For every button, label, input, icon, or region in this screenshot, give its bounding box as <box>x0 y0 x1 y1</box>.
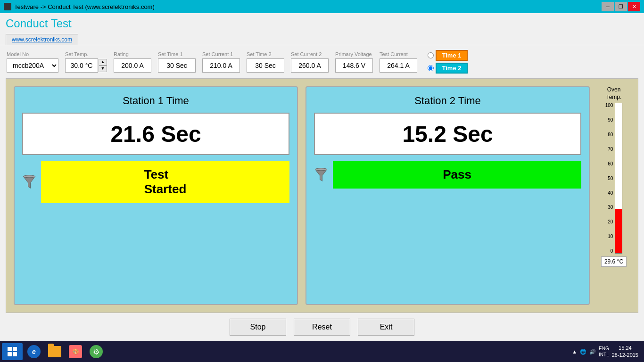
clock-time: 15:24 <box>612 345 638 352</box>
reset-button[interactable]: Reset <box>294 319 350 336</box>
thermometer-title: OvenTemp. <box>606 86 622 101</box>
primary-voltage-group: Primary Voltage 148.6 V <box>335 51 373 73</box>
station2-title: Station 2 Time <box>414 95 481 107</box>
thermometer-wrapper: 100 90 80 70 60 50 40 30 20 10 0 <box>605 103 623 254</box>
close-button[interactable]: ✕ <box>628 2 640 11</box>
page-title: Conduct Test <box>6 17 638 30</box>
app-icon <box>4 3 11 10</box>
thermometer-temp: 29.6 °C <box>601 256 627 267</box>
titlebar-title: Testware -> Conduct Test (www.screlektro… <box>14 3 155 10</box>
rating-group: Rating 200.0 A <box>114 51 151 73</box>
time2-label[interactable]: Time 2 <box>436 63 468 74</box>
svg-marker-0 <box>24 176 35 188</box>
thermometer-fill <box>615 209 622 253</box>
stop-button[interactable]: Stop <box>230 319 286 336</box>
time2-radio[interactable] <box>428 65 434 71</box>
station2-status: Pass <box>333 161 581 189</box>
set-temp-label: Set Temp. <box>65 51 88 57</box>
station2-time: 15.2 Sec <box>402 121 493 147</box>
scale-30: 30 <box>605 205 613 210</box>
set-current2-group: Set Current 2 260.0 A <box>291 51 329 73</box>
set-time1-group: Set Time 1 30 Sec <box>158 51 196 73</box>
set-temp-group: Set Temp. ▲ ▼ <box>65 51 107 73</box>
set-time1-label: Set Time 1 <box>158 51 183 57</box>
locale-display: ENG INTL <box>599 346 609 358</box>
station1-status: Test Started <box>41 161 289 203</box>
funnel-icon-2 <box>314 168 328 182</box>
time2-radio-row: Time 2 <box>428 63 468 74</box>
taskbar-folder[interactable] <box>45 343 64 360</box>
scale-90: 90 <box>605 117 613 123</box>
spinner-up[interactable]: ▲ <box>99 59 107 66</box>
titlebar-left: Testware -> Conduct Test (www.screlektro… <box>4 3 155 10</box>
start-button[interactable] <box>2 343 23 360</box>
time1-radio[interactable] <box>428 52 434 58</box>
set-current1-group: Set Current 1 210.0 A <box>202 51 240 73</box>
svg-point-1 <box>24 175 35 178</box>
gear2-icon: ⚙ <box>90 345 103 358</box>
set-temp-spinner: ▲ ▼ <box>65 58 107 73</box>
rating-label: Rating <box>114 51 129 57</box>
network-icon: 🌐 <box>580 349 586 355</box>
thermometer-bar <box>615 103 622 254</box>
taskbar: e 🎨 ⚙ ▲ 🌐 🔊 ENG INTL 15:24 28-12-2015 <box>0 341 644 362</box>
scale-70: 70 <box>605 147 613 152</box>
clock: 15:24 28-12-2015 <box>612 345 638 359</box>
time1-radio-row: Time 1 <box>428 50 468 61</box>
window-header: Conduct Test <box>0 13 644 32</box>
station2-bottom: Pass <box>314 161 581 189</box>
scale-10: 10 <box>605 234 613 239</box>
test-current-value: 264.1 A <box>380 58 417 73</box>
scale-80: 80 <box>605 132 613 137</box>
set-time2-label: Set Time 2 <box>247 51 272 57</box>
main-window: Conduct Test www.screlektroniks.com Mode… <box>0 13 644 341</box>
spinner-down[interactable]: ▼ <box>99 66 107 72</box>
model-no-select[interactable]: mccb200A <box>7 58 58 73</box>
folder-icon <box>48 346 61 357</box>
scale-20: 20 <box>605 219 613 224</box>
funnel-icon-1 <box>22 175 36 189</box>
scale-60: 60 <box>605 161 613 166</box>
tab-website[interactable]: www.screlektroniks.com <box>6 34 78 45</box>
thermometer-scale: 100 90 80 70 60 50 40 30 20 10 0 <box>605 103 613 254</box>
station2-box: Station 2 Time 15.2 Sec Pass <box>305 86 590 305</box>
primary-voltage-label: Primary Voltage <box>335 51 372 57</box>
taskbar-gear[interactable]: ⚙ <box>87 343 106 360</box>
taskbar-right: ▲ 🌐 🔊 ENG INTL 15:24 28-12-2015 <box>572 345 642 359</box>
time1-label[interactable]: Time 1 <box>436 50 468 61</box>
model-no-group: Model No mccb200A <box>7 51 58 73</box>
tray-arrow: ▲ <box>572 349 577 354</box>
restore-button[interactable]: ❐ <box>615 2 627 11</box>
primary-voltage-value: 148.6 V <box>335 58 373 73</box>
exit-button[interactable]: Exit <box>358 319 414 336</box>
scale-100: 100 <box>605 103 613 108</box>
station1-bottom: Test Started <box>22 161 289 203</box>
tab-bar: www.screlektroniks.com <box>0 32 644 45</box>
taskbar-ie[interactable]: e <box>25 343 43 360</box>
clock-date: 28-12-2015 <box>612 352 638 359</box>
set-current2-value: 260.0 A <box>291 58 329 73</box>
set-current1-value: 210.0 A <box>202 58 240 73</box>
titlebar-controls: ─ ❐ ✕ <box>602 2 640 11</box>
titlebar: Testware -> Conduct Test (www.screlektro… <box>0 0 644 13</box>
paint-icon: 🎨 <box>69 345 82 358</box>
scale-50: 50 <box>605 176 613 181</box>
minimize-button[interactable]: ─ <box>602 2 614 11</box>
taskbar-paint[interactable]: 🎨 <box>66 343 85 360</box>
ie-icon: e <box>27 345 41 358</box>
rating-value: 200.0 A <box>114 58 151 73</box>
set-time2-value: 30 Sec <box>247 58 284 73</box>
set-current2-label: Set Current 2 <box>291 51 322 57</box>
set-time2-group: Set Time 2 30 Sec <box>247 51 284 73</box>
set-time1-value: 30 Sec <box>158 58 196 73</box>
set-temp-input[interactable] <box>65 58 98 73</box>
station1-box: Station 1 Time 21.6 Sec Test Started <box>14 86 298 305</box>
station-area: Station 1 Time 21.6 Sec Test Started Sta… <box>6 78 638 313</box>
station1-title: Station 1 Time <box>123 95 189 107</box>
model-no-label: Model No <box>7 51 29 57</box>
scale-40: 40 <box>605 190 613 196</box>
station1-time: 21.6 Sec <box>110 121 201 147</box>
controls-row: Model No mccb200A Set Temp. ▲ ▼ Rating 2… <box>0 45 644 78</box>
svg-marker-2 <box>315 169 327 181</box>
svg-point-3 <box>315 168 327 170</box>
